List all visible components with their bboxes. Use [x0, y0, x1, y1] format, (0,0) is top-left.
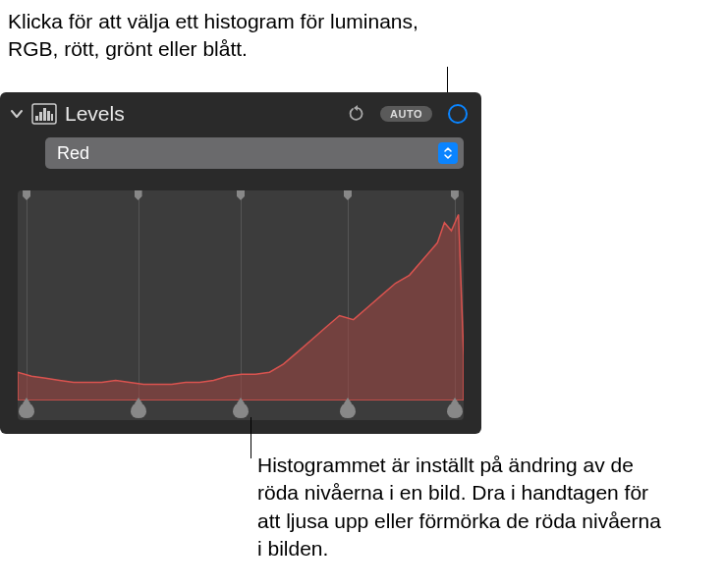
bottom-handle-black[interactable] — [19, 402, 34, 418]
panel-title: Levels — [65, 102, 341, 126]
svg-rect-3 — [43, 108, 46, 121]
channel-dropdown[interactable]: Red — [45, 137, 464, 169]
svg-rect-4 — [47, 111, 50, 121]
annotation-bottom: Histogrammet är inställt på ändring av d… — [257, 452, 670, 562]
levels-panel: Levels AUTO Red — [0, 92, 481, 434]
svg-rect-5 — [51, 114, 53, 121]
dropdown-arrows-icon — [438, 142, 458, 164]
bottom-handle-mid[interactable] — [233, 402, 249, 418]
reset-icon[interactable] — [349, 105, 366, 123]
dropdown-label: Red — [57, 143, 89, 164]
annotation-top: Klicka för att välja ett histogram för l… — [8, 8, 420, 64]
levels-icon — [31, 103, 57, 125]
svg-rect-1 — [35, 116, 38, 121]
svg-rect-2 — [39, 112, 42, 121]
enable-toggle[interactable] — [448, 104, 468, 124]
auto-button[interactable]: AUTO — [380, 106, 432, 122]
histogram-container — [18, 190, 464, 420]
chevron-down-icon[interactable] — [10, 107, 24, 121]
bottom-handle-shadow[interactable] — [131, 402, 146, 418]
dropdown-row: Red — [0, 134, 481, 175]
bottom-handle-white[interactable] — [447, 402, 463, 418]
histogram-chart — [18, 198, 464, 401]
bottom-handle-highlight[interactable] — [340, 402, 356, 418]
callout-line-bottom — [251, 417, 251, 458]
panel-header: Levels AUTO — [0, 92, 481, 134]
